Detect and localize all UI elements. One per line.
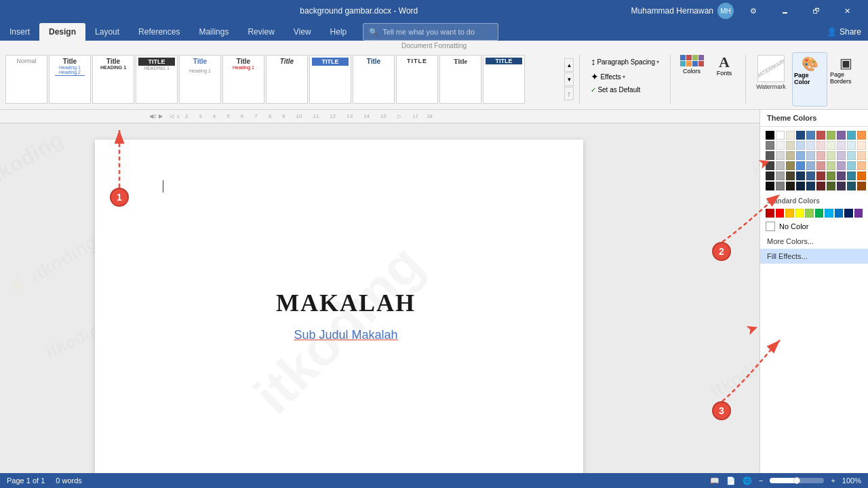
tab-layout[interactable]: Layout: [85, 23, 129, 41]
tab-mailings[interactable]: Mailings: [189, 23, 238, 41]
theme-color-swatch[interactable]: [776, 171, 785, 180]
scroll-up-button[interactable]: ▲: [564, 58, 574, 72]
close-button[interactable]: ✕: [831, 0, 863, 22]
theme-color-swatch[interactable]: [806, 161, 815, 170]
tab-insert[interactable]: Insert: [0, 23, 39, 41]
standard-color-swatch[interactable]: [825, 209, 833, 218]
theme-color-swatch[interactable]: [847, 131, 856, 140]
style-title-caps[interactable]: TITLE HEADING 1: [136, 55, 178, 104]
style-title-caps4[interactable]: TITLE: [483, 55, 525, 104]
standard-color-swatch[interactable]: [844, 209, 853, 218]
colors-button[interactable]: Colors: [676, 52, 707, 106]
theme-color-swatch[interactable]: [766, 131, 774, 140]
theme-color-swatch[interactable]: [806, 131, 815, 140]
theme-color-swatch[interactable]: [796, 131, 805, 140]
theme-color-swatch[interactable]: [806, 151, 815, 160]
theme-color-swatch[interactable]: [857, 131, 866, 140]
theme-color-swatch[interactable]: [827, 161, 835, 170]
watermark-button[interactable]: WATERMARK Watermark: [751, 52, 791, 106]
theme-color-swatch[interactable]: [806, 182, 815, 190]
theme-color-swatch[interactable]: [847, 182, 856, 190]
theme-color-swatch[interactable]: [827, 141, 835, 150]
theme-color-swatch[interactable]: [816, 171, 825, 180]
fonts-button[interactable]: A Fonts: [709, 52, 740, 106]
theme-color-swatch[interactable]: [786, 151, 795, 160]
tab-design[interactable]: Design: [39, 23, 85, 41]
standard-color-swatch[interactable]: [766, 209, 774, 218]
view-icon-web[interactable]: 🌐: [743, 476, 752, 485]
document-page[interactable]: itkoding MAKALAH Sub Judul Makalah: [95, 140, 583, 473]
standard-color-swatch[interactable]: [815, 209, 824, 218]
style-title-7[interactable]: Title: [439, 55, 481, 104]
theme-color-swatch[interactable]: [827, 131, 835, 140]
zoom-in-button[interactable]: +: [831, 476, 835, 485]
tab-review[interactable]: Review: [238, 23, 283, 41]
standard-color-swatch[interactable]: [835, 209, 844, 218]
fill-effects-option[interactable]: Fill Effects...: [760, 249, 868, 264]
scroll-more-button[interactable]: ⋮: [564, 87, 574, 100]
theme-color-swatch[interactable]: [776, 141, 785, 150]
style-title-4[interactable]: Title Heading 1: [222, 55, 264, 104]
standard-color-swatch[interactable]: [785, 209, 794, 218]
tab-help[interactable]: Help: [321, 23, 357, 41]
minimize-button[interactable]: 🗕: [769, 0, 800, 22]
theme-color-swatch[interactable]: [796, 141, 805, 150]
theme-color-swatch[interactable]: [786, 141, 795, 150]
style-title-5[interactable]: Title: [266, 55, 308, 104]
theme-color-swatch[interactable]: [796, 161, 805, 170]
theme-color-swatch[interactable]: [796, 182, 805, 190]
theme-color-swatch[interactable]: [857, 171, 866, 180]
theme-color-swatch[interactable]: [837, 182, 846, 190]
effects-button[interactable]: ✦ Effects ▾: [588, 70, 662, 83]
theme-color-swatch[interactable]: [776, 182, 785, 190]
theme-color-swatch[interactable]: [776, 161, 785, 170]
theme-color-swatch[interactable]: [786, 131, 795, 140]
standard-color-swatch[interactable]: [805, 209, 814, 218]
zoom-slider[interactable]: [770, 478, 824, 483]
theme-color-swatch[interactable]: [847, 171, 856, 180]
share-button[interactable]: 👤 Share: [820, 23, 868, 41]
style-title-1[interactable]: Title Heading 1 Heading 2: [49, 55, 91, 104]
theme-color-swatch[interactable]: [827, 171, 835, 180]
theme-color-swatch[interactable]: [766, 182, 774, 190]
theme-color-swatch[interactable]: [827, 182, 835, 190]
theme-color-swatch[interactable]: [806, 141, 815, 150]
zoom-out-button[interactable]: −: [759, 476, 763, 485]
tab-view[interactable]: View: [284, 23, 321, 41]
theme-color-swatch[interactable]: [847, 151, 856, 160]
theme-color-swatch[interactable]: [786, 182, 795, 190]
theme-color-swatch[interactable]: [766, 171, 774, 180]
tab-references[interactable]: References: [129, 23, 189, 41]
more-colors-option[interactable]: More Colors...: [760, 234, 868, 249]
view-icon-print[interactable]: 📄: [726, 476, 736, 485]
set-as-default-button[interactable]: ✓ Set as Default: [588, 85, 662, 95]
standard-color-swatch[interactable]: [776, 209, 785, 218]
theme-color-swatch[interactable]: [816, 151, 825, 160]
style-title-3[interactable]: Title Heading 1: [179, 55, 221, 104]
page-color-button[interactable]: 🎨 Page Color: [792, 52, 827, 106]
theme-color-swatch[interactable]: [847, 161, 856, 170]
standard-color-swatch[interactable]: [854, 209, 863, 218]
restore-button[interactable]: 🗗: [800, 0, 831, 22]
theme-color-swatch[interactable]: [786, 161, 795, 170]
settings-icon[interactable]: ⚙: [738, 0, 769, 22]
style-title-caps2[interactable]: TITLE: [309, 55, 351, 104]
theme-color-swatch[interactable]: [816, 182, 825, 190]
theme-color-swatch[interactable]: [837, 161, 846, 170]
style-title-caps3[interactable]: TITLE: [396, 55, 438, 104]
theme-color-swatch[interactable]: [847, 141, 856, 150]
user-avatar[interactable]: MH: [717, 3, 734, 19]
page-borders-button[interactable]: ▣ Page Borders: [829, 52, 863, 106]
style-normal[interactable]: Normal: [5, 55, 47, 104]
theme-color-swatch[interactable]: [837, 131, 846, 140]
theme-color-swatch[interactable]: [796, 171, 805, 180]
theme-color-swatch[interactable]: [806, 171, 815, 180]
standard-color-swatch[interactable]: [795, 209, 804, 218]
view-icon-read[interactable]: 📖: [710, 476, 719, 485]
theme-color-swatch[interactable]: [786, 171, 795, 180]
style-title-2[interactable]: Title HEADING 1: [92, 55, 134, 104]
theme-color-swatch[interactable]: [766, 151, 774, 160]
theme-color-swatch[interactable]: [827, 151, 835, 160]
no-color-option[interactable]: No Color: [760, 219, 868, 234]
document-title[interactable]: MAKALAH: [163, 289, 529, 317]
